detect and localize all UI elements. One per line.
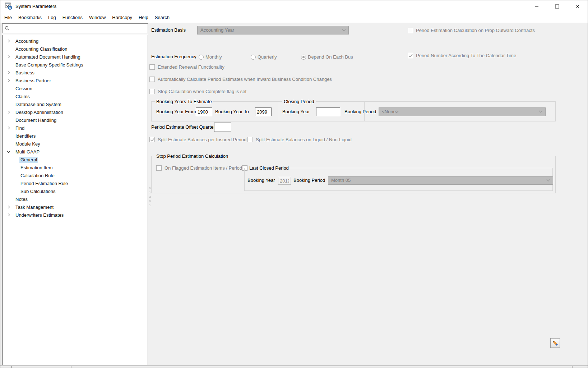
- tree-item-automated-document-handling[interactable]: Automated Document Handling: [3, 53, 148, 61]
- menu-help[interactable]: Help: [135, 12, 152, 23]
- system-parameters-window: S System Parameters FileBookmarksLogFunc…: [0, 0, 588, 368]
- tree-item-label: Claims: [14, 93, 31, 100]
- radio-circle: [301, 55, 306, 60]
- chevron-right-icon[interactable]: [6, 110, 11, 114]
- estimation-basis-dropdown: Accounting Year: [197, 26, 349, 34]
- tree-item-find[interactable]: Find: [3, 124, 148, 132]
- tree-item-label: Multi GAAP: [14, 149, 41, 155]
- navigation-tree: AccountingAccounting ClassificationAutom…: [2, 35, 148, 365]
- tree-item-underwriters-estimates[interactable]: Underwriters Estimates: [3, 211, 148, 219]
- chevron-right-icon[interactable]: [6, 205, 11, 209]
- content-area: AccountingAccounting ClassificationAutom…: [0, 23, 588, 368]
- title-bar: S System Parameters: [0, 0, 588, 12]
- checkbox-label: Period Estimation Calculation on Prop Ou…: [416, 28, 535, 33]
- close-button[interactable]: [567, 0, 588, 12]
- menu-search[interactable]: Search: [152, 12, 173, 23]
- search-input[interactable]: [11, 25, 145, 31]
- menu-file[interactable]: File: [1, 12, 15, 23]
- booking-year-to-input[interactable]: [255, 107, 272, 116]
- tree-item-identifiers[interactable]: Identifiers: [3, 132, 148, 140]
- tree-item-claims[interactable]: Claims: [3, 92, 148, 100]
- tree-item-module-key[interactable]: Module Key: [3, 140, 148, 148]
- pencil-icon: [552, 340, 559, 346]
- frequency-quarterly-radio: Quarterly: [251, 54, 277, 60]
- tree-item-estimation-item[interactable]: Estimation Item: [3, 164, 148, 171]
- tree-item-base-company-specific-settings[interactable]: Base Company Specific Settings: [3, 61, 148, 69]
- booking-year-from-label: Booking Year From: [156, 107, 196, 116]
- closing-period-group: Closing Period Booking Year Booking Peri…: [279, 101, 556, 121]
- checkbox-box: [247, 137, 253, 142]
- minimize-button[interactable]: [526, 0, 547, 12]
- tree-item-period-estimation-rule[interactable]: Period Estimation Rule: [3, 179, 148, 187]
- estimation-basis-label: Estimation Basis: [151, 26, 186, 34]
- chevron-right-icon[interactable]: [6, 78, 11, 83]
- menu-log[interactable]: Log: [45, 12, 59, 23]
- tree-item-label: Calculation Rule: [19, 172, 56, 179]
- last-closed-year-input: [278, 177, 291, 185]
- tree-item-database-and-system[interactable]: Database and System: [3, 100, 148, 108]
- chevron-down-icon[interactable]: [6, 150, 11, 154]
- frequency-depend-radio: Depend On Each Bus: [301, 54, 353, 60]
- tree-item-document-handling[interactable]: Document Handling: [3, 116, 148, 124]
- prop-outward-checkbox: Period Estimation Calculation on Prop Ou…: [408, 28, 535, 33]
- edit-button[interactable]: [550, 338, 560, 348]
- menu-functions[interactable]: Functions: [59, 12, 86, 23]
- menu-hardcopy[interactable]: Hardcopy: [109, 12, 135, 23]
- tree-item-accounting[interactable]: Accounting: [3, 37, 148, 45]
- tree-item-label: Document Handling: [14, 117, 57, 123]
- closing-booking-period-label: Booking Period: [344, 107, 376, 116]
- checkbox-label: Stop Calculation when Complete flag is s…: [158, 89, 246, 95]
- menu-window[interactable]: Window: [86, 12, 109, 23]
- closing-booking-period-dropdown: <None>: [379, 107, 546, 116]
- tree-item-sub-calculations[interactable]: Sub Calculations: [3, 187, 148, 195]
- tree-item-business[interactable]: Business: [3, 69, 148, 77]
- last-closed-period-dropdown: Month 05: [328, 176, 553, 185]
- menu-bar: FileBookmarksLogFunctionsWindowHardcopyH…: [0, 12, 588, 23]
- checkbox-label: On Flagged Estimation Items / Periods: [165, 165, 245, 171]
- tree-item-notes[interactable]: Notes: [3, 195, 148, 203]
- stop-complete-checkbox: Stop Calculation when Complete flag is s…: [149, 89, 246, 95]
- tree-item-calculation-rule[interactable]: Calculation Rule: [3, 171, 148, 179]
- stop-period-group: Stop Period Estimation Calculation On Fl…: [151, 156, 556, 193]
- radio-circle: [199, 55, 204, 60]
- tree-item-business-partner[interactable]: Business Partner: [3, 77, 148, 84]
- maximize-button[interactable]: [547, 0, 567, 12]
- tree-item-desktop-administration[interactable]: Desktop Administration: [3, 108, 148, 116]
- radio-circle: [251, 55, 256, 60]
- last-closed-year-label: Booking Year: [247, 176, 275, 185]
- last-closed-period-label: Booking Period: [293, 176, 325, 185]
- checkbox-box: [408, 53, 413, 58]
- tree-item-label: Task Management: [14, 204, 55, 210]
- group-title: Booking Years To Estimate: [155, 99, 213, 104]
- checkbox-box: [149, 89, 155, 94]
- tree-item-general[interactable]: General: [3, 156, 148, 164]
- tree-item-label: Sub Calculations: [19, 188, 57, 194]
- on-flagged-checkbox: On Flagged Estimation Items / Periods: [156, 165, 245, 171]
- chevron-right-icon[interactable]: [6, 55, 11, 59]
- menu-bookmarks[interactable]: Bookmarks: [15, 12, 45, 23]
- tree-item-label: Module Key: [14, 141, 41, 147]
- tree-item-label: Desktop Administration: [14, 109, 64, 115]
- checkbox-label: Period Number According To The Calendar …: [416, 53, 516, 59]
- offset-quarter-input[interactable]: [214, 123, 231, 132]
- search-icon: [5, 26, 9, 31]
- tree-item-label: Underwriters Estimates: [14, 212, 65, 218]
- last-closed-period-group: Last Closed Period Booking Year Booking …: [244, 168, 553, 191]
- tree-item-cession[interactable]: Cession: [3, 84, 148, 92]
- booking-year-from-input[interactable]: [196, 107, 212, 116]
- tree-item-task-management[interactable]: Task Management: [3, 203, 148, 211]
- split-liquid-checkbox: Split Estimate Balances on Liquid / Non-…: [247, 137, 352, 143]
- chevron-right-icon[interactable]: [6, 213, 11, 217]
- chevron-down-icon: [539, 110, 543, 113]
- closing-booking-year-input[interactable]: [316, 107, 340, 116]
- tree-item-label: Accounting: [14, 38, 40, 44]
- tree-item-label: Period Estimation Rule: [19, 180, 69, 187]
- chevron-right-icon[interactable]: [6, 39, 11, 43]
- tree-item-multi-gaap[interactable]: Multi GAAP: [3, 148, 148, 156]
- chevron-right-icon[interactable]: [6, 70, 11, 75]
- chevron-down-icon: [342, 29, 346, 32]
- tree-item-accounting-classification[interactable]: Accounting Classification: [3, 45, 148, 53]
- closing-booking-year-label: Booking Year: [282, 107, 310, 116]
- chevron-right-icon[interactable]: [6, 126, 11, 130]
- frequency-monthly-radio: Monthly: [199, 54, 222, 60]
